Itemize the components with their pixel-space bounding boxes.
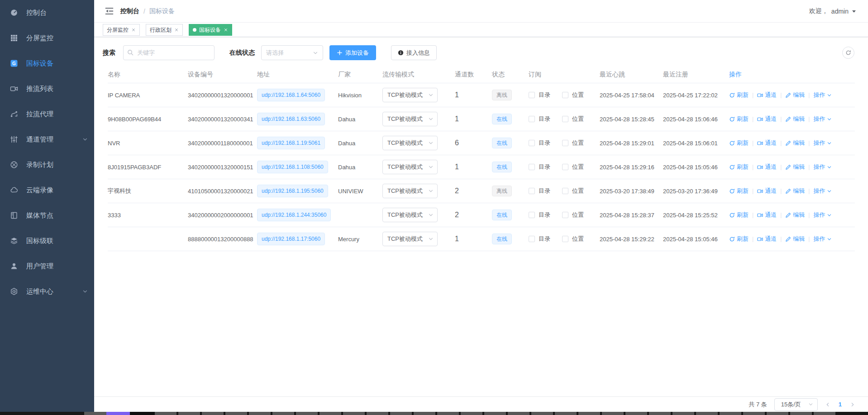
sidebar-item-push-list[interactable]: 推流列表 (0, 76, 94, 101)
chevron-down-icon (428, 164, 434, 170)
last-register: 2025-03-20 17:36:49 (663, 188, 718, 195)
subscribe-catalog-checkbox[interactable]: 目录 (529, 163, 550, 171)
stream-mode-select[interactable]: TCP被动模式 (382, 160, 438, 174)
last-heartbeat: 2025-04-28 15:28:37 (600, 212, 654, 219)
channel-action[interactable]: 通道 (757, 163, 777, 171)
column-header-device-id: 设备编号 (188, 71, 257, 79)
close-icon[interactable] (224, 28, 228, 32)
current-page[interactable]: 1 (839, 401, 842, 408)
edit-action[interactable]: 编辑 (785, 91, 805, 99)
edit-action[interactable]: 编辑 (785, 211, 805, 219)
device-address-chip: udp://192.168.1.195:5060 (257, 185, 328, 197)
subscribe-position-checkbox[interactable]: 位置 (562, 235, 584, 243)
subscribe-position-checkbox[interactable]: 位置 (562, 163, 584, 171)
channel-action[interactable]: 通道 (757, 139, 777, 147)
refresh-action[interactable]: 刷新 (729, 91, 749, 99)
subscribe-catalog-checkbox[interactable]: 目录 (529, 115, 550, 123)
last-register: 2025-04-28 15:05:46 (663, 164, 718, 171)
stream-mode-select[interactable]: TCP被动模式 (382, 208, 438, 222)
refresh-action[interactable]: 刷新 (729, 187, 749, 195)
next-page-icon[interactable] (850, 402, 855, 407)
sidebar-item-label: 通道管理 (26, 135, 53, 144)
sidebar-fold-icon[interactable] (105, 7, 114, 15)
subscribe-position-checkbox[interactable]: 位置 (562, 139, 584, 147)
close-icon[interactable] (131, 28, 136, 32)
column-header-address: 地址 (257, 71, 338, 79)
more-action[interactable]: 操作 (813, 115, 832, 123)
stream-mode-select[interactable]: TCP被动模式 (382, 184, 438, 198)
subscribe-catalog-checkbox[interactable]: 目录 (529, 211, 550, 219)
chevron-down-icon (313, 50, 318, 56)
sidebar-item-label: 运维中心 (26, 287, 53, 296)
refresh-action[interactable]: 刷新 (729, 211, 749, 219)
sidebar-item-gb-cascade[interactable]: 国标级联 (0, 228, 94, 253)
toolbar: 搜索 在线状态 请选择 添加设备 接入信息 (94, 45, 868, 60)
refresh-action[interactable]: 刷新 (729, 235, 749, 243)
stream-mode-select[interactable]: TCP被动模式 (382, 88, 438, 102)
sidebar-item-media-node[interactable]: 媒体节点 (0, 203, 94, 228)
refresh-button[interactable] (842, 47, 854, 59)
prev-page-icon[interactable] (825, 402, 830, 407)
channel-action[interactable]: 通道 (757, 235, 777, 243)
edit-icon (785, 236, 791, 242)
user-dropdown[interactable]: 欢迎， admin (809, 7, 856, 15)
stream-mode-select[interactable]: TCP被动模式 (382, 136, 438, 150)
refresh-action[interactable]: 刷新 (729, 163, 749, 171)
sidebar-item-channel-mgmt[interactable]: 通道管理 (0, 127, 94, 152)
edit-action[interactable]: 编辑 (785, 139, 805, 147)
more-action[interactable]: 操作 (813, 163, 832, 171)
channel-action[interactable]: 通道 (757, 187, 777, 195)
add-device-button[interactable]: 添加设备 (329, 45, 376, 60)
main-area: 控制台 / 国标设备 欢迎， admin 分屏监控 行政区划 国标设备 搜 (94, 0, 868, 412)
sidebar-item-record-plan[interactable]: 录制计划 (0, 152, 94, 177)
subscribe-catalog-checkbox[interactable]: 目录 (529, 187, 550, 195)
access-info-button[interactable]: 接入信息 (391, 45, 437, 60)
channel-action[interactable]: 通道 (757, 115, 777, 123)
more-action[interactable]: 操作 (813, 211, 832, 219)
subscribe-catalog-checkbox[interactable]: 目录 (529, 139, 550, 147)
sidebar-item-user-mgmt[interactable]: 用户管理 (0, 253, 94, 279)
gb-device-icon (10, 59, 18, 67)
more-action[interactable]: 操作 (813, 139, 832, 147)
refresh-action[interactable]: 刷新 (729, 115, 749, 123)
subscribe-position-checkbox[interactable]: 位置 (562, 187, 584, 195)
tab-admin-region[interactable]: 行政区划 (146, 24, 183, 36)
channel-action[interactable]: 通道 (757, 211, 777, 219)
close-icon[interactable] (174, 28, 179, 32)
sidebar-item-ops-center[interactable]: 运维中心 (0, 279, 94, 304)
channel-action[interactable]: 通道 (757, 91, 777, 99)
page-content: 搜索 在线状态 请选择 添加设备 接入信息 (94, 37, 868, 396)
edit-action[interactable]: 编辑 (785, 235, 805, 243)
subscribe-catalog-checkbox[interactable]: 目录 (529, 235, 550, 243)
refresh-action[interactable]: 刷新 (729, 139, 749, 147)
row-actions: 刷新 通道 编辑 操作 (729, 211, 855, 219)
taskbar-segment (743, 412, 765, 415)
page-size-select[interactable]: 15条/页 (774, 398, 818, 411)
sidebar-item-gb-devices[interactable]: 国标设备 (0, 51, 94, 76)
edit-icon (785, 188, 791, 194)
sidebar-item-console[interactable]: 控制台 (0, 0, 94, 25)
sidebar-item-split-screen[interactable]: 分屏监控 (0, 25, 94, 51)
edit-action[interactable]: 编辑 (785, 163, 805, 171)
subscribe-position-checkbox[interactable]: 位置 (562, 211, 584, 219)
edit-action[interactable]: 编辑 (785, 187, 805, 195)
stream-mode-select[interactable]: TCP被动模式 (382, 112, 438, 126)
edit-action[interactable]: 编辑 (785, 115, 805, 123)
active-tab-dot (193, 28, 196, 32)
edit-icon (785, 212, 791, 218)
tab-split-screen[interactable]: 分屏监控 (103, 24, 140, 36)
subscribe-catalog-checkbox[interactable]: 目录 (529, 91, 550, 99)
more-action[interactable]: 操作 (813, 91, 832, 99)
sidebar-item-cloud-record[interactable]: 云端录像 (0, 177, 94, 203)
sidebar-item-pull-proxy[interactable]: 拉流代理 (0, 101, 94, 127)
tab-gb-devices[interactable]: 国标设备 (189, 24, 232, 36)
more-action[interactable]: 操作 (813, 235, 832, 243)
subscribe-position-checkbox[interactable]: 位置 (562, 91, 584, 99)
stream-mode-select[interactable]: TCP被动模式 (382, 232, 438, 246)
breadcrumb-console[interactable]: 控制台 (120, 7, 139, 15)
more-action[interactable]: 操作 (813, 187, 832, 195)
subscribe-position-checkbox[interactable]: 位置 (562, 115, 584, 123)
row-actions: 刷新 通道 编辑 操作 (729, 115, 855, 123)
search-input[interactable] (123, 45, 215, 60)
online-status-select[interactable]: 请选择 (261, 45, 323, 60)
